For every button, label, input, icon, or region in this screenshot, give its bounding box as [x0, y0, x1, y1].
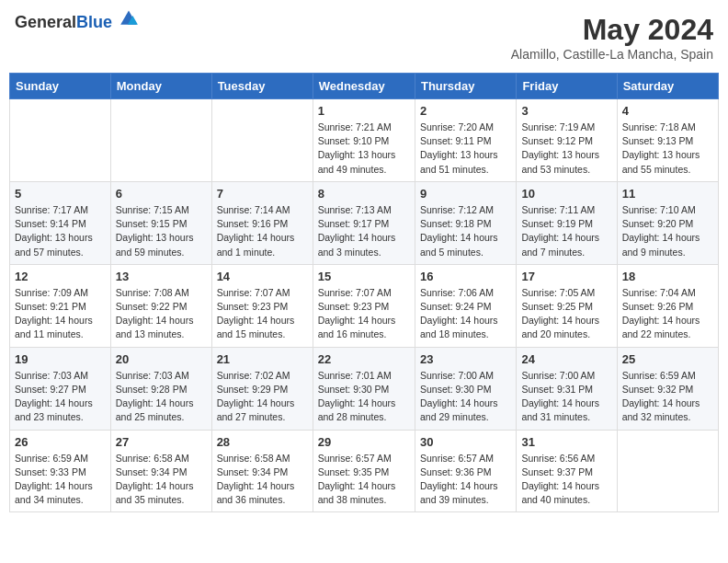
day-info: Sunrise: 6:57 AMSunset: 9:35 PMDaylight:…	[318, 452, 410, 508]
calendar-cell: 29Sunrise: 6:57 AMSunset: 9:35 PMDayligh…	[313, 430, 415, 512]
weekday-header: Sunday	[10, 74, 111, 99]
day-info: Sunrise: 7:21 AMSunset: 9:10 PMDaylight:…	[318, 121, 410, 177]
weekday-header: Monday	[110, 74, 211, 99]
day-number: 31	[521, 435, 611, 449]
day-info: Sunrise: 6:58 AMSunset: 9:34 PMDaylight:…	[116, 452, 207, 508]
calendar-table: SundayMondayTuesdayWednesdayThursdayFrid…	[9, 73, 719, 512]
day-number: 13	[116, 270, 207, 283]
day-number: 9	[420, 187, 511, 201]
day-info: Sunrise: 7:05 AMSunset: 9:25 PMDaylight:…	[521, 286, 611, 342]
day-number: 3	[521, 104, 611, 118]
day-info: Sunrise: 7:10 AMSunset: 9:20 PMDaylight:…	[622, 203, 713, 259]
calendar-title: May 2024	[511, 13, 713, 47]
calendar-cell: 26Sunrise: 6:59 AMSunset: 9:33 PMDayligh…	[10, 430, 111, 512]
day-info: Sunrise: 7:03 AMSunset: 9:28 PMDaylight:…	[116, 369, 207, 425]
calendar-cell: 14Sunrise: 7:07 AMSunset: 9:23 PMDayligh…	[211, 264, 313, 347]
day-number: 5	[15, 187, 106, 201]
calendar-cell: 28Sunrise: 6:58 AMSunset: 9:34 PMDayligh…	[211, 430, 313, 512]
day-number: 20	[116, 352, 207, 366]
day-number: 23	[420, 352, 511, 366]
calendar-cell: 15Sunrise: 7:07 AMSunset: 9:23 PMDayligh…	[313, 264, 415, 347]
day-number: 19	[15, 352, 106, 366]
calendar-cell: 6Sunrise: 7:15 AMSunset: 9:15 PMDaylight…	[110, 181, 211, 264]
day-info: Sunrise: 6:59 AMSunset: 9:33 PMDaylight:…	[15, 452, 106, 508]
logo-blue: Blue	[76, 13, 112, 31]
calendar-week-row: 19Sunrise: 7:03 AMSunset: 9:27 PMDayligh…	[10, 347, 719, 430]
page-header: GeneralBlue May 2024 Alamillo, Castille-…	[9, 9, 719, 65]
day-info: Sunrise: 7:07 AMSunset: 9:23 PMDaylight:…	[318, 286, 410, 342]
calendar-cell: 10Sunrise: 7:11 AMSunset: 9:19 PMDayligh…	[517, 181, 617, 264]
calendar-cell: 9Sunrise: 7:12 AMSunset: 9:18 PMDaylight…	[415, 181, 516, 264]
logo-icon	[119, 6, 139, 27]
weekday-header: Wednesday	[313, 74, 415, 99]
calendar-cell: 24Sunrise: 7:00 AMSunset: 9:31 PMDayligh…	[517, 347, 617, 430]
day-number: 1	[318, 104, 410, 118]
weekday-header: Thursday	[415, 74, 516, 99]
calendar-cell: 2Sunrise: 7:20 AMSunset: 9:11 PMDaylight…	[415, 99, 516, 182]
calendar-cell: 11Sunrise: 7:10 AMSunset: 9:20 PMDayligh…	[617, 181, 718, 264]
day-number: 22	[318, 352, 410, 366]
calendar-cell: 8Sunrise: 7:13 AMSunset: 9:17 PMDaylight…	[313, 181, 415, 264]
calendar-week-row: 1Sunrise: 7:21 AMSunset: 9:10 PMDaylight…	[10, 99, 719, 182]
calendar-cell	[10, 99, 111, 182]
day-info: Sunrise: 7:14 AMSunset: 9:16 PMDaylight:…	[217, 203, 308, 259]
day-number: 8	[318, 187, 410, 201]
calendar-cell: 17Sunrise: 7:05 AMSunset: 9:25 PMDayligh…	[517, 264, 617, 347]
day-info: Sunrise: 7:09 AMSunset: 9:21 PMDaylight:…	[15, 286, 106, 342]
calendar-cell: 16Sunrise: 7:06 AMSunset: 9:24 PMDayligh…	[415, 264, 516, 347]
calendar-cell: 20Sunrise: 7:03 AMSunset: 9:28 PMDayligh…	[110, 347, 211, 430]
calendar-cell: 21Sunrise: 7:02 AMSunset: 9:29 PMDayligh…	[211, 347, 313, 430]
weekday-header: Friday	[517, 74, 617, 99]
day-number: 21	[217, 352, 308, 366]
day-info: Sunrise: 6:56 AMSunset: 9:37 PMDaylight:…	[521, 452, 611, 508]
calendar-cell: 1Sunrise: 7:21 AMSunset: 9:10 PMDaylight…	[313, 99, 415, 182]
day-info: Sunrise: 7:12 AMSunset: 9:18 PMDaylight:…	[420, 203, 511, 259]
calendar-cell: 27Sunrise: 6:58 AMSunset: 9:34 PMDayligh…	[110, 430, 211, 512]
day-info: Sunrise: 7:08 AMSunset: 9:22 PMDaylight:…	[116, 286, 207, 342]
title-block: May 2024 Alamillo, Castille-La Mancha, S…	[511, 13, 713, 62]
calendar-cell	[617, 430, 718, 512]
day-info: Sunrise: 7:20 AMSunset: 9:11 PMDaylight:…	[420, 121, 511, 177]
calendar-location: Alamillo, Castille-La Mancha, Spain	[511, 47, 713, 62]
day-info: Sunrise: 7:03 AMSunset: 9:27 PMDaylight:…	[15, 369, 106, 425]
day-number: 11	[622, 187, 713, 201]
day-number: 12	[15, 270, 106, 283]
day-number: 27	[116, 435, 207, 449]
calendar-cell: 18Sunrise: 7:04 AMSunset: 9:26 PMDayligh…	[617, 264, 718, 347]
calendar-cell	[110, 99, 211, 182]
day-info: Sunrise: 7:17 AMSunset: 9:14 PMDaylight:…	[15, 203, 106, 259]
weekday-header-row: SundayMondayTuesdayWednesdayThursdayFrid…	[10, 74, 719, 99]
day-info: Sunrise: 7:01 AMSunset: 9:30 PMDaylight:…	[318, 369, 410, 425]
day-number: 2	[420, 104, 511, 118]
day-number: 7	[217, 187, 308, 201]
calendar-cell: 7Sunrise: 7:14 AMSunset: 9:16 PMDaylight…	[211, 181, 313, 264]
calendar-cell: 23Sunrise: 7:00 AMSunset: 9:30 PMDayligh…	[415, 347, 516, 430]
calendar-cell: 25Sunrise: 6:59 AMSunset: 9:32 PMDayligh…	[617, 347, 718, 430]
day-info: Sunrise: 7:15 AMSunset: 9:15 PMDaylight:…	[116, 203, 207, 259]
calendar-cell: 22Sunrise: 7:01 AMSunset: 9:30 PMDayligh…	[313, 347, 415, 430]
day-info: Sunrise: 7:00 AMSunset: 9:30 PMDaylight:…	[420, 369, 511, 425]
day-info: Sunrise: 7:02 AMSunset: 9:29 PMDaylight:…	[217, 369, 308, 425]
day-info: Sunrise: 6:58 AMSunset: 9:34 PMDaylight:…	[217, 452, 308, 508]
calendar-cell: 31Sunrise: 6:56 AMSunset: 9:37 PMDayligh…	[517, 430, 617, 512]
day-info: Sunrise: 6:57 AMSunset: 9:36 PMDaylight:…	[420, 452, 511, 508]
day-number: 25	[622, 352, 713, 366]
calendar-week-row: 5Sunrise: 7:17 AMSunset: 9:14 PMDaylight…	[10, 181, 719, 264]
calendar-cell: 4Sunrise: 7:18 AMSunset: 9:13 PMDaylight…	[617, 99, 718, 182]
calendar-cell: 19Sunrise: 7:03 AMSunset: 9:27 PMDayligh…	[10, 347, 111, 430]
day-info: Sunrise: 7:18 AMSunset: 9:13 PMDaylight:…	[622, 121, 713, 177]
weekday-header: Saturday	[617, 74, 718, 99]
day-number: 14	[217, 270, 308, 283]
calendar-cell: 13Sunrise: 7:08 AMSunset: 9:22 PMDayligh…	[110, 264, 211, 347]
calendar-cell: 12Sunrise: 7:09 AMSunset: 9:21 PMDayligh…	[10, 264, 111, 347]
day-info: Sunrise: 7:07 AMSunset: 9:23 PMDaylight:…	[217, 286, 308, 342]
day-number: 10	[521, 187, 611, 201]
calendar-cell: 3Sunrise: 7:19 AMSunset: 9:12 PMDaylight…	[517, 99, 617, 182]
day-number: 26	[15, 435, 106, 449]
day-number: 30	[420, 435, 511, 449]
day-info: Sunrise: 7:19 AMSunset: 9:12 PMDaylight:…	[521, 121, 611, 177]
day-info: Sunrise: 6:59 AMSunset: 9:32 PMDaylight:…	[622, 369, 713, 425]
calendar-week-row: 26Sunrise: 6:59 AMSunset: 9:33 PMDayligh…	[10, 430, 719, 512]
day-info: Sunrise: 7:04 AMSunset: 9:26 PMDaylight:…	[622, 286, 713, 342]
day-number: 24	[521, 352, 611, 366]
